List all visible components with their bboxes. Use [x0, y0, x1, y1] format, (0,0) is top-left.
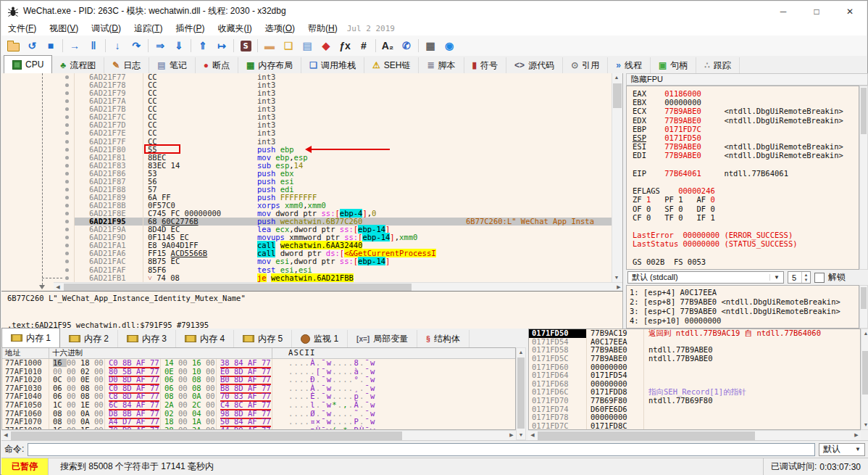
tab-log[interactable]: ✎日志 — [104, 57, 149, 73]
breakpoint-dot[interactable] — [61, 210, 75, 218]
breakpoint-dot[interactable] — [61, 274, 75, 282]
calculator-button[interactable]: ▦ — [421, 37, 440, 54]
stack-vscrollbar[interactable]: ▲▼ — [861, 329, 868, 430]
open-file-button[interactable] — [4, 37, 22, 54]
breakpoint-dot[interactable] — [61, 81, 75, 89]
breakpoint-dot[interactable] — [61, 170, 75, 178]
tab-struct[interactable]: §结构体 — [417, 330, 470, 347]
tab-handles[interactable]: ▣句柄 — [651, 57, 696, 73]
maximize-button[interactable]: □ — [800, 1, 833, 21]
tab-mem2[interactable]: 内存 2 — [60, 330, 118, 347]
breakpoint-dot[interactable] — [61, 129, 75, 137]
breakpoint-dot[interactable] — [61, 218, 75, 226]
breakpoint-dot[interactable] — [61, 162, 75, 170]
registers-vscrollbar[interactable] — [859, 86, 868, 270]
breakpoint-dot[interactable] — [61, 121, 75, 129]
register-line[interactable]: EFLAGS 00000246 — [633, 186, 859, 195]
run-button[interactable]: → — [65, 37, 84, 54]
register-line[interactable] — [633, 178, 859, 186]
bookmarks-button[interactable]: ◆ — [317, 37, 335, 54]
call-argument[interactable]: 1: [esp+4] A0C17EEA — [630, 288, 859, 297]
breakpoint-dot[interactable] — [61, 138, 75, 146]
stack-row[interactable]: 0171FD5077B9AC19返回到 ntdll.77B9AC19 自 ntd… — [529, 329, 860, 338]
call-argument[interactable]: 2: [esp+8] 77B9ABE0 <ntdll.DbgUiRemoteBr… — [630, 297, 859, 307]
breakpoint-dot[interactable] — [61, 178, 75, 186]
step-over-button[interactable]: ↷ — [127, 37, 146, 54]
breakpoint-dot[interactable] — [61, 266, 75, 274]
stack-row[interactable]: 0171FD5877B9ABE0ntdll.77B9ABE0 — [529, 346, 860, 355]
breakpoint-dot[interactable] — [61, 146, 75, 154]
call-arguments-list[interactable]: 1: [esp+4] A0C17EEA2: [esp+8] 77B9ABE0 <… — [626, 285, 859, 329]
labels-button[interactable]: ▤ — [298, 37, 317, 54]
register-line[interactable]: ESP 0171FD50 — [633, 133, 859, 142]
breakpoint-dot[interactable] — [61, 73, 75, 81]
stack-row[interactable]: 0171FD7800000000 — [529, 413, 860, 422]
disassembly-hscrollbar[interactable]: ◀▶ — [54, 282, 623, 291]
menu-item-F[interactable]: 文件(F) — [1, 21, 43, 36]
disassembly-panel[interactable]: 6AD21F77CCint36AD21F78CCint36AD21F79CCin… — [1, 73, 623, 291]
tab-seh[interactable]: ⚠SEH链 — [364, 57, 419, 73]
phone-button[interactable]: ✆ — [397, 37, 416, 54]
stack-row[interactable]: 0171FD54A0C17EEA — [529, 338, 860, 347]
breakpoint-dot[interactable] — [61, 154, 75, 162]
tab-source[interactable]: <>源代码 — [506, 57, 563, 73]
tab-trace[interactable]: ∴跟踪 — [696, 57, 740, 73]
stack-row[interactable]: 0171FD6000000000 — [529, 363, 860, 372]
stack-panel[interactable]: 0171FD5077B9AC19返回到 ntdll.77B9AC19 自 ntd… — [528, 329, 861, 430]
step-into-button[interactable]: ↓ — [108, 37, 127, 54]
register-line[interactable]: LastStatus 00000000 (STATUS_SUCCESS) — [633, 239, 859, 248]
stack-row[interactable]: 0171FD5C77B9ABE0ntdll.77B9ABE0 — [529, 355, 860, 363]
disasm-row[interactable]: 6AD21F7FCCint3 — [1, 138, 622, 146]
comments-button[interactable]: ❏ — [279, 37, 298, 54]
register-line[interactable]: EBX 00000000 — [633, 98, 859, 107]
pause-button[interactable]: ‖ — [84, 37, 103, 54]
memory-dump-panel[interactable]: 地址 十六进制 ASCII 77AF100016 00 18 00C0 8B A… — [1, 347, 516, 430]
menu-item-I[interactable]: 收藏夹(I) — [211, 21, 258, 36]
menu-item-P[interactable]: 插件(P) — [169, 21, 211, 36]
tab-mem4[interactable]: 内存 4 — [176, 330, 234, 347]
patches-button[interactable]: ▬ — [260, 37, 279, 54]
stepper-arrows-icon[interactable]: ▲▼ — [801, 272, 810, 283]
register-list[interactable]: EAX 01186000EBX 00000000ECX 77B9ABE0 <nt… — [626, 86, 859, 270]
disassembly-vscrollbar[interactable]: ▲▼ — [612, 73, 622, 282]
register-line[interactable] — [633, 160, 859, 169]
disasm-row[interactable]: 6AD21FAF85F6test esi,esi — [1, 266, 622, 274]
dump-vscrollbar[interactable]: ▲▼ — [516, 347, 526, 440]
disasm-row[interactable]: 6AD21FB1˅ 74 08je wechatwin.6AD21FBB — [1, 274, 622, 282]
calling-convention-select[interactable]: 默认 (stdcall)▼ — [627, 271, 784, 284]
minimize-button[interactable]: ─ — [767, 1, 800, 21]
stack-row[interactable]: 0171FD7C0171FD8C — [529, 422, 860, 430]
menu-item-H[interactable]: 帮助(H) — [301, 21, 344, 36]
close-button[interactable]: ✕ — [833, 1, 867, 21]
register-line[interactable]: CF 0 TF 0 IF 1 — [633, 213, 859, 222]
tab-memmap[interactable]: ▦内存布局 — [238, 57, 301, 73]
menu-item-T[interactable]: 追踪(T) — [128, 21, 169, 36]
functions-button[interactable]: ƒx — [335, 37, 354, 54]
register-line[interactable]: GS 002B FS 0053 — [633, 257, 859, 266]
breakpoint-dot[interactable] — [61, 249, 75, 257]
run-to-user-code-button[interactable]: ↦ — [212, 37, 231, 54]
tab-breakpoints[interactable]: ●断点 — [196, 57, 238, 73]
tab-graph[interactable]: ♣流程图 — [52, 57, 104, 73]
tab-watch1[interactable]: 监视 1 — [292, 330, 348, 347]
register-line[interactable]: EDX 77B9ABE0 <ntdll.DbgUiRemoteBreakin> — [633, 116, 859, 125]
stack-row[interactable]: 0171FD6C0171FDD8指向SEH_Record[1]的指针 — [529, 388, 860, 397]
strings-button[interactable]: A₂ — [378, 37, 397, 54]
breakpoint-dot[interactable] — [61, 113, 75, 121]
breakpoint-dot[interactable] — [61, 257, 75, 265]
dump-hscrollbar[interactable]: ◀▶ — [1, 430, 516, 441]
register-line[interactable] — [633, 249, 859, 257]
breakpoint-dot[interactable] — [61, 226, 75, 234]
breakpoint-dot[interactable] — [61, 89, 75, 97]
tab-mem3[interactable]: 内存 3 — [118, 330, 176, 347]
menu-item-D[interactable]: 调试(D) — [85, 21, 128, 36]
breakpoint-dot[interactable] — [61, 186, 75, 194]
breakpoint-dot[interactable] — [61, 97, 75, 105]
step-out-button[interactable]: ⇑ — [193, 37, 212, 54]
tab-mem1[interactable]: 内存 1 — [1, 328, 60, 347]
restart-button[interactable]: ↺ — [22, 37, 41, 54]
stack-row[interactable]: 0171FD640171FD54 — [529, 371, 860, 380]
command-input[interactable] — [28, 443, 815, 456]
stack-row[interactable]: 0171FD7077B69F80ntdll.77B69F80 — [529, 397, 860, 405]
tab-references[interactable]: ⊙引用 — [563, 57, 608, 73]
